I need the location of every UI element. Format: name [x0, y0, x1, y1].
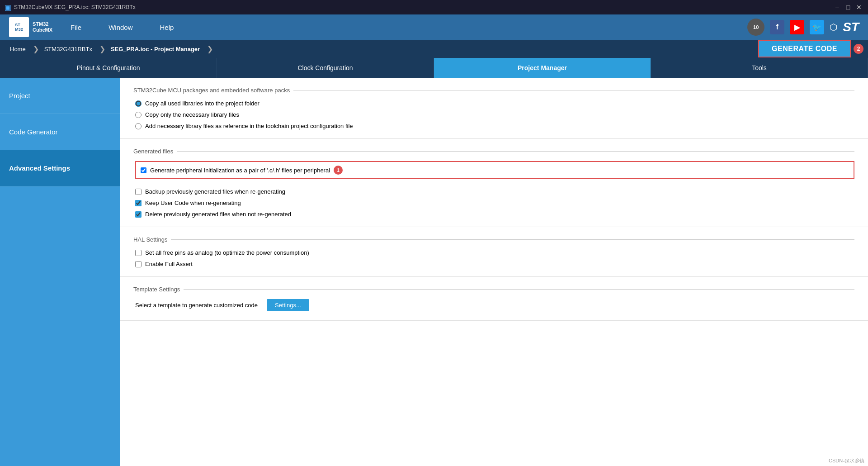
hal-settings-section: HAL Settings Set all free pins as analog…: [120, 227, 868, 277]
facebook-icon[interactable]: f: [770, 20, 784, 34]
radio-copy-necessary[interactable]: Copy only the necessary library files: [135, 111, 854, 118]
checkbox-keep-user-code-input[interactable]: [135, 200, 142, 206]
checkbox-full-assert[interactable]: Enable Full Assert: [135, 261, 854, 267]
menu-items: File Window Help: [71, 24, 174, 31]
mcu-packages-section: STM32Cube MCU packages and embedded soft…: [120, 78, 868, 139]
logo-text: STM32 CubeMX: [33, 21, 52, 33]
generated-files-section: Generated files Generate peripheral init…: [120, 139, 868, 227]
breadcrumb-home[interactable]: Home: [5, 44, 33, 54]
menu-bar-left: STM32 STM32 CubeMX File Window Help: [9, 17, 174, 37]
checkbox-peripheral-init[interactable]: [141, 167, 146, 173]
checkbox-full-assert-input[interactable]: [135, 261, 142, 267]
step-badge-1: 1: [334, 166, 343, 175]
minimize-button[interactable]: –: [833, 3, 842, 12]
menu-help[interactable]: Help: [160, 24, 174, 31]
menu-bar: STM32 STM32 CubeMX File Window Help 10 f…: [0, 14, 868, 40]
checkbox-delete-prev[interactable]: Delete previously generated files when n…: [135, 211, 854, 218]
template-settings-section: Template Settings Select a template to g…: [120, 277, 868, 321]
app-icon: ▣: [5, 3, 11, 12]
breadcrumb-project[interactable]: SEG_PRA.ioc - Project Manager: [105, 44, 207, 54]
checkbox-peripheral-init-label: Generate peripheral initialization as a …: [150, 167, 330, 174]
content-area: STM32Cube MCU packages and embedded soft…: [120, 78, 868, 466]
network-icon: ⬡: [830, 22, 837, 33]
tab-tools[interactable]: Tools: [651, 58, 868, 78]
notification-badge: 2: [854, 44, 863, 54]
maximize-button[interactable]: □: [844, 3, 853, 12]
mcu-packages-header: STM32Cube MCU packages and embedded soft…: [133, 87, 854, 94]
tab-project-manager[interactable]: Project Manager: [434, 58, 651, 78]
mcu-packages-options: Copy all used libraries into the project…: [133, 100, 854, 129]
radio-copy-necessary-input[interactable]: [135, 112, 142, 118]
checkbox-analog-pins[interactable]: Set all free pins as analog (to optimize…: [135, 249, 854, 256]
breadcrumb: Home ❯ STM32G431RBTx ❯ SEG_PRA.ioc - Pro…: [0, 40, 868, 58]
template-row: Select a template to generate customized…: [133, 299, 854, 311]
sidebar: Project Code Generator Advanced Settings: [0, 78, 120, 466]
title-bar-controls: – □ ✕: [833, 3, 863, 12]
close-button[interactable]: ✕: [854, 3, 863, 12]
menu-bar-right: 10 f ▶ 🐦 ⬡ ST: [747, 19, 859, 36]
radio-add-reference[interactable]: Add necessary library files as reference…: [135, 123, 854, 129]
generate-code-button[interactable]: GENERATE CODE: [758, 40, 851, 57]
checkbox-analog-pins-input[interactable]: [135, 250, 142, 256]
logo-line1: STM32: [33, 21, 52, 27]
hal-settings-header: HAL Settings: [133, 236, 854, 243]
youtube-icon[interactable]: ▶: [790, 20, 804, 34]
template-label: Select a template to generate customized…: [135, 302, 258, 309]
main-layout: Project Code Generator Advanced Settings…: [0, 78, 868, 466]
tab-pinout[interactable]: Pinout & Configuration: [0, 58, 217, 78]
template-settings-header: Template Settings: [133, 286, 854, 293]
window-title: STM32CubeMX SEG_PRA.ioc: STM32G431RBTx: [14, 4, 136, 10]
version-badge: 10: [747, 19, 764, 36]
radio-copy-all-input[interactable]: [135, 100, 142, 107]
watermark: CSDN-@水乡镇: [829, 457, 864, 464]
radio-copy-all[interactable]: Copy all used libraries into the project…: [135, 100, 854, 107]
breadcrumb-device[interactable]: STM32G431RBTx: [39, 44, 99, 54]
sidebar-item-project[interactable]: Project: [0, 78, 120, 114]
checkbox-backup[interactable]: Backup previously generated files when r…: [135, 188, 854, 195]
settings-button[interactable]: Settings...: [267, 299, 309, 311]
generated-files-header: Generated files: [133, 148, 854, 155]
twitter-icon[interactable]: 🐦: [810, 20, 824, 34]
title-bar: ▣ STM32CubeMX SEG_PRA.ioc: STM32G431RBTx…: [0, 0, 868, 14]
logo-inner: STM32: [15, 23, 23, 32]
hal-settings-options: Set all free pins as analog (to optimize…: [133, 249, 854, 267]
sidebar-item-advanced-settings[interactable]: Advanced Settings: [0, 150, 120, 186]
st-logo: ST: [843, 20, 859, 34]
generated-files-options: Generate peripheral initialization as a …: [133, 161, 854, 218]
logo: STM32 STM32 CubeMX: [9, 17, 52, 37]
checkbox-delete-prev-input[interactable]: [135, 211, 142, 218]
tab-bar: Pinout & Configuration Clock Configurati…: [0, 58, 868, 78]
radio-add-reference-input[interactable]: [135, 123, 142, 129]
sidebar-item-code-generator[interactable]: Code Generator: [0, 114, 120, 150]
menu-file[interactable]: File: [71, 24, 81, 31]
highlighted-checkbox-container: Generate peripheral initialization as a …: [135, 161, 854, 179]
logo-line2: CubeMX: [33, 27, 52, 33]
checkbox-keep-user-code[interactable]: Keep User Code when re-generating: [135, 200, 854, 206]
logo-box: STM32: [9, 17, 29, 37]
checkbox-backup-input[interactable]: [135, 189, 142, 195]
menu-window[interactable]: Window: [108, 24, 132, 31]
tab-clock[interactable]: Clock Configuration: [217, 58, 434, 78]
title-bar-left: ▣ STM32CubeMX SEG_PRA.ioc: STM32G431RBTx: [5, 3, 136, 12]
